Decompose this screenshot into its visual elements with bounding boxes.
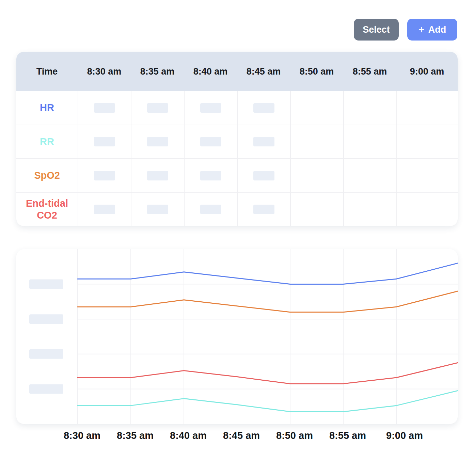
table-cell[interactable] — [396, 91, 458, 125]
table-row-spo2: SpO2 — [16, 158, 458, 192]
value-placeholder — [200, 205, 221, 214]
value-placeholder — [200, 171, 221, 180]
row-label-rr: RR — [16, 125, 78, 159]
table-cell[interactable] — [237, 91, 290, 125]
chart-x-axis: 8:30 am 8:35 am 8:40 am 8:45 am 8:50 am … — [16, 424, 458, 448]
table-cell[interactable] — [78, 193, 131, 226]
table-cell[interactable] — [78, 91, 131, 125]
value-placeholder — [94, 171, 115, 180]
table-cell[interactable] — [290, 159, 343, 192]
value-placeholder — [147, 205, 168, 214]
col-header-835: 8:35 am — [131, 66, 184, 77]
table-header-row: Time 8:30 am 8:35 am 8:40 am 8:45 am 8:5… — [16, 52, 458, 91]
table-cell[interactable] — [343, 91, 396, 125]
value-placeholder — [94, 137, 115, 146]
table-cell[interactable] — [290, 193, 343, 226]
table-cell[interactable] — [290, 125, 343, 159]
y-tick-placeholder — [29, 349, 63, 359]
value-placeholder — [147, 171, 168, 180]
add-button-label: Add — [428, 25, 446, 35]
value-placeholder — [200, 103, 221, 113]
value-placeholder — [253, 171, 274, 180]
value-placeholder — [253, 137, 274, 146]
value-placeholder — [94, 103, 115, 113]
table-cell[interactable] — [396, 125, 458, 159]
vitals-table: Time 8:30 am 8:35 am 8:40 am 8:45 am 8:5… — [16, 52, 458, 226]
col-header-855: 8:55 am — [343, 66, 396, 77]
table-cell[interactable] — [290, 91, 343, 125]
y-tick-placeholder — [29, 384, 63, 394]
table-row-rr: RR — [16, 125, 458, 159]
value-placeholder — [253, 103, 274, 113]
table-cell[interactable] — [343, 125, 396, 159]
x-axis-label: 8:30 am — [64, 430, 100, 441]
table-body: HR RR SpO2 — [16, 91, 458, 226]
vitals-chart — [16, 249, 458, 424]
table-cell[interactable] — [131, 91, 184, 125]
col-header-time: Time — [16, 66, 78, 77]
plus-icon: + — [418, 25, 425, 35]
value-placeholder — [147, 103, 168, 113]
table-cell[interactable] — [237, 193, 290, 226]
table-cell[interactable] — [184, 193, 237, 226]
table-cell[interactable] — [184, 159, 237, 192]
table-cell[interactable] — [78, 159, 131, 192]
col-header-850: 8:50 am — [290, 66, 343, 77]
table-cell[interactable] — [78, 125, 131, 159]
row-label-hr: HR — [16, 91, 78, 125]
row-label-spo2: SpO2 — [16, 159, 78, 192]
col-header-830: 8:30 am — [78, 66, 131, 77]
table-row-etco2: End-tidal CO2 — [16, 192, 458, 226]
table-cell[interactable] — [237, 159, 290, 192]
select-button[interactable]: Select — [354, 19, 399, 41]
table-cell[interactable] — [131, 193, 184, 226]
table-row-hr: HR — [16, 91, 458, 125]
table-cell[interactable] — [184, 125, 237, 159]
value-placeholder — [200, 137, 221, 146]
x-axis-label: 9:00 am — [386, 430, 423, 441]
table-cell[interactable] — [131, 159, 184, 192]
table-cell[interactable] — [131, 125, 184, 159]
x-axis-label: 8:55 am — [329, 430, 366, 441]
value-placeholder — [147, 137, 168, 146]
table-cell[interactable] — [184, 91, 237, 125]
col-header-845: 8:45 am — [237, 66, 290, 77]
value-placeholder — [94, 205, 115, 214]
table-cell[interactable] — [343, 159, 396, 192]
col-header-840: 8:40 am — [184, 66, 237, 77]
row-label-etco2: End-tidal CO2 — [16, 193, 78, 226]
x-axis-label: 8:40 am — [170, 430, 207, 441]
x-axis-label: 8:45 am — [223, 430, 260, 441]
value-placeholder — [253, 205, 274, 214]
vitals-chart-svg — [16, 249, 458, 424]
x-axis-label: 8:35 am — [117, 430, 154, 441]
add-button[interactable]: + Add — [407, 19, 457, 41]
table-cell[interactable] — [396, 193, 458, 226]
y-tick-placeholder — [29, 280, 63, 289]
table-cell[interactable] — [396, 159, 458, 192]
y-tick-placeholder — [29, 314, 63, 324]
col-header-900: 9:00 am — [396, 66, 458, 77]
table-cell[interactable] — [237, 125, 290, 159]
x-axis-label: 8:50 am — [276, 430, 313, 441]
table-cell[interactable] — [343, 193, 396, 226]
